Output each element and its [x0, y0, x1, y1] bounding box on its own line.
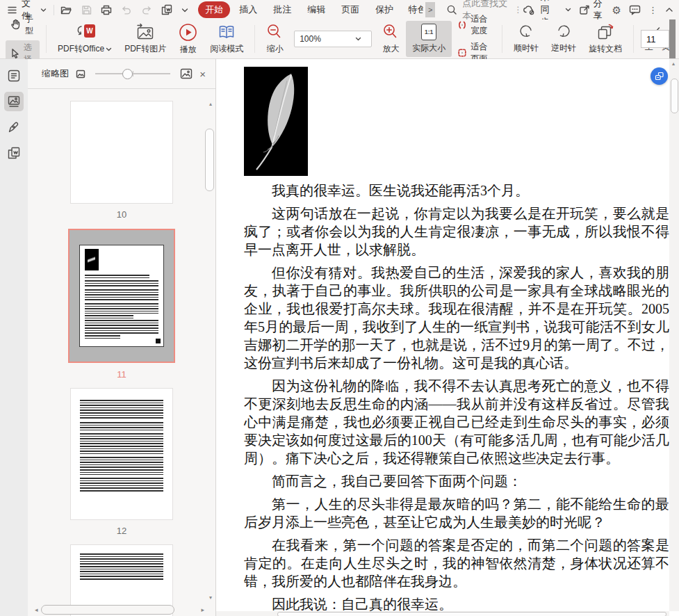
read-mode-button[interactable]: 阅读模式 [204, 20, 249, 58]
quickbar-chevron-down-icon[interactable] [181, 7, 188, 13]
outline-panel-icon[interactable] [4, 66, 24, 86]
main-vertical-scrollbar-thumb[interactable] [671, 79, 678, 113]
annotation-pen-icon[interactable] [4, 117, 24, 137]
toolbar: 手型 选择 W PDF转Office PDF转图片 播放 阅读模式 [0, 19, 679, 59]
paragraph: 但你没有猜对。我热爱自己的生活，深爱我的家人，喜欢我的朋友，执著于自己的事业。我… [244, 264, 669, 372]
divider [54, 5, 54, 15]
divider [254, 25, 255, 53]
panel-scroll-left-icon[interactable]: ◂ [35, 606, 38, 613]
sidebar-icon-strip [0, 59, 28, 616]
rotate-counterclockwise-icon [555, 24, 572, 40]
main-horizontal-scrollbar[interactable] [216, 611, 669, 616]
rotate-document-icon [596, 24, 614, 41]
page-number-input[interactable] [641, 30, 669, 48]
zoom-chevron-down-icon[interactable] [355, 36, 361, 42]
zoom-out-button[interactable]: 缩小 [260, 21, 290, 58]
panel-scroll-up-icon[interactable]: ▴ [209, 101, 212, 107]
play-button[interactable]: 播放 [172, 20, 204, 58]
rotate-counterclockwise-button[interactable]: 逆时针 [545, 21, 582, 57]
fit-width-button[interactable]: 适合宽度 [455, 13, 494, 38]
paragraph: 我真的很幸运。医生说我还能再活3个月。 [244, 181, 669, 200]
tab-edit[interactable]: 编辑 [300, 1, 332, 18]
page-10-label: 10 [117, 209, 126, 220]
zoom-level-input[interactable] [296, 34, 355, 44]
tab-home[interactable]: 开始 [198, 1, 230, 18]
paragraph: 这两句话放在一起说，你肯定以为我要么是在开玩笑，要么就是疯了；或者你会以为我的人… [244, 204, 669, 259]
pdf-to-office-label: PDF转Office [58, 43, 104, 55]
thumbnail-page-11-selected[interactable] [68, 229, 175, 363]
close-panel-icon[interactable]: × [199, 68, 206, 80]
cloud-sync-icon[interactable] [523, 4, 536, 15]
actual-size-button[interactable]: 1:1 实际大小 [406, 21, 452, 57]
main-scroll-up-icon[interactable]: ▴ [672, 60, 675, 67]
play-label: 播放 [180, 44, 197, 56]
page-11-label: 11 [117, 369, 126, 380]
mini-feather-image [85, 249, 99, 270]
pdf-to-image-button[interactable]: PDF转图片 [118, 20, 172, 58]
thumbnail-page-12[interactable] [71, 389, 172, 519]
export-panel-icon[interactable] [4, 143, 24, 163]
panel-vertical-scrollbar-thumb[interactable] [205, 129, 214, 191]
actual-size-label: 实际大小 [412, 42, 445, 54]
panel-scroll-down-icon[interactable]: ▾ [209, 594, 212, 601]
undo-icon[interactable] [121, 5, 132, 15]
print-icon[interactable] [101, 5, 112, 15]
menubar: 文件 开始 插入 批注 编辑 页面 保护 特色功能 > 点此查找文本 ⋮ [0, 0, 679, 19]
zoom-level-combobox[interactable] [294, 31, 372, 47]
actual-size-icon: 1:1 [421, 24, 436, 40]
main-vertical-scrollbar[interactable]: ▴ [669, 59, 679, 611]
file-menu-chevron-down-icon[interactable] [40, 6, 47, 14]
zoom-in-button[interactable]: 放大 [376, 21, 406, 58]
search-options-kebab-icon[interactable]: ⋮ [514, 5, 523, 15]
zoom-out-label: 缩小 [267, 43, 284, 55]
slider-knob[interactable] [122, 69, 133, 79]
export-float-button[interactable] [651, 67, 668, 85]
thumb-size-slider[interactable] [95, 69, 170, 79]
feedback-comment-icon[interactable] [629, 4, 641, 15]
rotate-document-button[interactable]: 旋转文档 [582, 21, 628, 58]
rotate-clockwise-button[interactable]: 顺时针 [507, 21, 545, 57]
menubar-kebab-icon[interactable]: ⋮ [648, 5, 657, 15]
thumb-size-small-icon[interactable] [76, 70, 85, 79]
page-12-label: 12 [117, 526, 126, 536]
export-doc-icon[interactable] [161, 4, 172, 15]
panel-title: 缩略图 [42, 67, 69, 80]
save-icon[interactable] [81, 5, 92, 15]
divider [46, 25, 47, 53]
paragraph: 第一，人生的尽头非得是最灰暗的吗？第二，能不能给生命的最后岁月添上一些亮色，甚至… [244, 495, 669, 531]
rotate-document-label: 旋转文档 [589, 43, 622, 55]
thumb-size-large-icon[interactable] [180, 68, 193, 79]
fit-width-label: 适合宽度 [471, 13, 491, 37]
paragraph: 在我看来，第一个问题的答案是否定的，而第二个问题的答案是肯定的。在走向人生尽头之… [244, 536, 669, 590]
panel-horizontal-scrollbar-thumb[interactable] [41, 605, 174, 615]
share-icon[interactable] [579, 4, 590, 15]
main-horizontal-scrollbar-thumb[interactable] [277, 612, 666, 616]
play-icon [179, 23, 197, 42]
pdf-reader-window: 文件 开始 插入 批注 编辑 页面 保护 特色功能 > 点此查找文本 ⋮ [0, 0, 679, 616]
hand-icon [10, 19, 22, 31]
settings-gear-icon[interactable]: ⚙ [612, 5, 621, 15]
thumbnails-panel-icon[interactable] [4, 92, 24, 111]
export-pages-icon [654, 71, 664, 81]
panel-horizontal-scrollbar[interactable]: ◂ ▸ [35, 604, 204, 615]
thumbnail-page-10[interactable] [71, 102, 172, 203]
tab-protect[interactable]: 保护 [368, 1, 400, 18]
redo-icon[interactable] [141, 5, 152, 15]
more-tabs-button[interactable]: > [425, 2, 435, 17]
collapse-ribbon-chevron-up-icon[interactable] [665, 6, 673, 13]
hand-tool-button[interactable]: 手型 [6, 12, 40, 38]
thumbnail-list: 10 [28, 89, 215, 616]
tab-features[interactable]: 特色功能 [402, 1, 423, 18]
tab-insert[interactable]: 插入 [232, 1, 264, 18]
open-file-icon[interactable] [60, 5, 72, 15]
tab-comment[interactable]: 批注 [266, 1, 298, 18]
pdf-to-office-icon: W [74, 23, 95, 41]
sync-chevron-down-icon[interactable] [565, 7, 571, 13]
cursor-arrow-icon [10, 48, 20, 59]
rotate-clockwise-icon [518, 24, 534, 40]
pdf-to-office-button[interactable]: W PDF转Office [51, 20, 118, 58]
document-view: 我真的很幸运。医生说我还能再活3个月。 这两句话放在一起说，你肯定以为我要么是在… [216, 59, 679, 616]
paragraph: 因为这份礼物的降临，我不得不去认真思考死亡的意义，也不得不更深刻地去反思生命的内… [244, 377, 669, 467]
panel-scroll-right-icon[interactable]: ▸ [201, 606, 204, 613]
tab-page[interactable]: 页面 [334, 1, 366, 18]
